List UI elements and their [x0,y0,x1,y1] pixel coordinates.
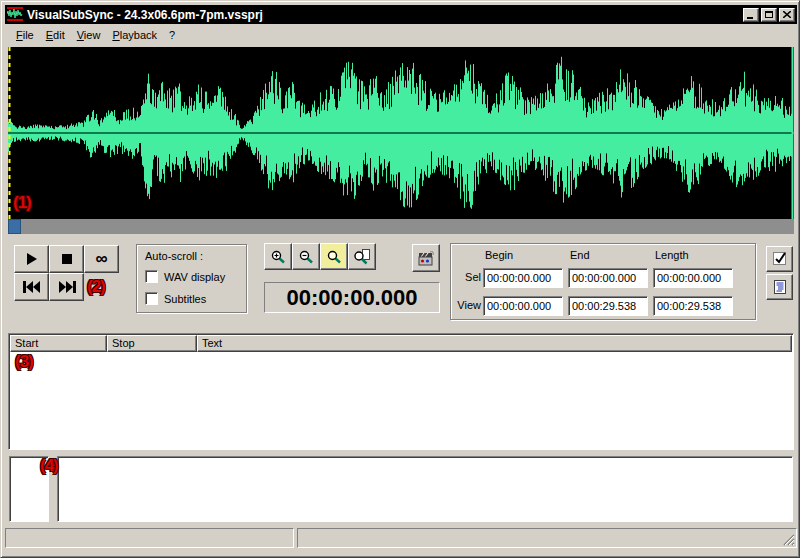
selection-panel: Begin End Length Sel View [450,243,756,320]
resize-grip[interactable] [782,533,795,546]
zoom-out-button[interactable] [292,243,320,270]
status-bar-left [5,528,294,548]
wav-display-label: WAV display [164,271,225,283]
zoom-out-icon [298,249,314,265]
previous-icon [23,281,41,293]
menu-view[interactable]: View [71,27,107,43]
window-title: VisualSubSync - 24.3x06.6pm-7pm.vssprj [27,8,263,22]
close-button[interactable] [779,8,795,22]
subtitles-option: Subtitles [145,292,206,305]
minimize-button[interactable] [743,8,759,22]
sel-length-field[interactable] [653,268,733,288]
autoscroll-group: Auto-scroll : WAV display Subtitles [136,244,247,313]
maximize-button[interactable] [761,8,777,22]
zoom-in-icon [270,249,286,265]
menu-playback[interactable]: Playback [106,27,163,43]
maximize-icon [765,11,773,18]
clapperboard-icon [418,250,435,267]
view-end-field[interactable] [568,296,648,316]
view-length-field[interactable] [653,296,733,316]
next-icon [58,281,76,293]
error-check-button[interactable] [766,246,793,272]
subtitle-text-editor[interactable] [57,456,793,522]
menu-file[interactable]: File [10,27,40,43]
sel-row-label: Sel [453,271,481,283]
scrollbar-thumb[interactable] [8,219,21,234]
sel-end-field[interactable] [568,268,648,288]
column-text[interactable]: Text [197,335,792,352]
column-end: End [570,249,590,261]
scene-change-button[interactable] [412,244,440,272]
annotation-2: (2) [87,277,105,297]
app-icon [7,6,23,22]
column-stop[interactable]: Stop [107,335,197,352]
zoom-all-icon [326,249,342,265]
current-time: 00:00:00.000 [287,285,418,311]
zoom-selection-button[interactable] [348,243,376,270]
subtitles-label: Subtitles [164,293,206,305]
annotation-3: (3) [15,352,33,372]
zoom-in-button[interactable] [264,243,292,270]
next-button[interactable] [49,273,84,301]
menu-bar: File Edit View Playback ? [5,25,797,45]
annotation-4: (4) [40,456,58,476]
menu-help[interactable]: ? [163,27,181,43]
time-display: 00:00:00.000 [264,282,440,313]
loop-button[interactable]: ∞ [84,245,119,273]
wav-display-option: WAV display [145,270,225,283]
waveform-scrollbar[interactable] [8,219,794,234]
view-row-label: View [453,299,481,311]
infinity-icon: ∞ [95,254,107,264]
waveform-display[interactable] [8,47,794,219]
status-bar-right [297,528,797,548]
menu-edit[interactable]: Edit [40,27,71,43]
previous-button[interactable] [14,273,49,301]
wav-display-checkbox[interactable] [145,270,158,283]
document-icon [773,279,787,295]
play-button[interactable] [14,245,49,273]
checkmark-icon [771,250,789,268]
app-window: VisualSubSync - 24.3x06.6pm-7pm.vssprj F… [0,0,800,558]
zoom-selection-icon [354,249,370,265]
subtitle-list-body[interactable] [10,352,792,448]
close-icon [783,11,791,18]
text-pipe-button[interactable] [766,274,793,300]
column-begin: Begin [485,249,513,261]
sel-begin-field[interactable] [483,268,563,288]
view-begin-field[interactable] [483,296,563,316]
subtitle-list[interactable]: Start Stop Text [8,333,794,450]
play-icon [24,253,40,265]
subtitles-checkbox[interactable] [145,292,158,305]
column-length: Length [655,249,689,261]
zoom-all-button[interactable] [320,243,348,270]
annotation-1: (1) [13,193,31,213]
subtitle-list-header: Start Stop Text [10,335,792,352]
autoscroll-label: Auto-scroll : [145,250,203,262]
stop-button[interactable] [49,245,84,273]
waveform-svg [8,47,794,219]
minimize-icon [747,17,753,19]
title-bar: VisualSubSync - 24.3x06.6pm-7pm.vssprj [5,5,797,24]
column-start[interactable]: Start [10,335,107,352]
stop-icon [61,253,73,265]
